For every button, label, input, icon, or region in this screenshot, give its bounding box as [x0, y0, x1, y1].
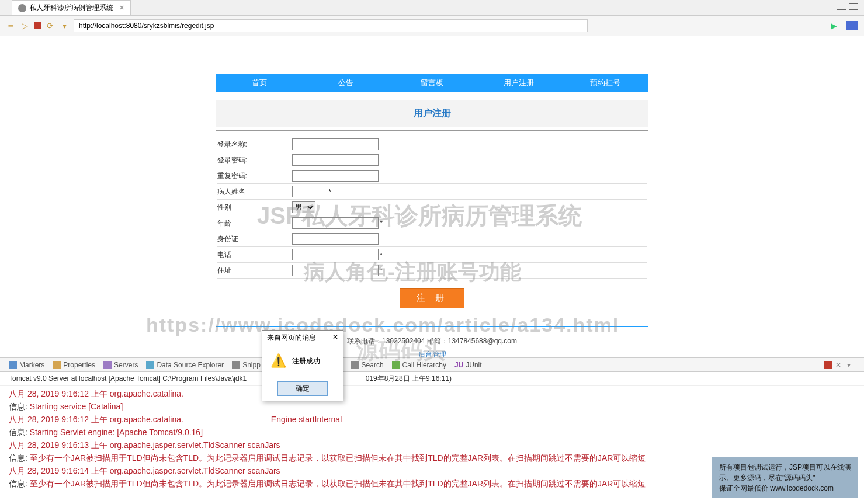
input-username[interactable]	[292, 138, 379, 150]
nav-home[interactable]: 首页	[216, 74, 303, 92]
label-idcard: 身份证	[217, 234, 292, 244]
label-phone: 电话	[217, 250, 292, 260]
alert-title: 来自网页的消息	[267, 333, 316, 343]
call-icon	[392, 361, 400, 369]
maximize-icon[interactable]	[849, 3, 858, 10]
alert-ok-button[interactable]: 确定	[277, 381, 328, 396]
input-address[interactable]	[292, 265, 379, 276]
view-properties[interactable]: Properties	[53, 361, 95, 369]
input-idcard[interactable]	[292, 233, 379, 245]
alert-dialog: 来自网页的消息 ✕ ⚠️ 注册成功 确定	[262, 330, 343, 401]
favicon	[18, 4, 26, 12]
nav-announce[interactable]: 公告	[303, 74, 389, 92]
tab-title: 私人牙科诊所病例管理系统	[29, 3, 113, 13]
label-gender: 性别	[217, 203, 292, 213]
snippets-icon	[232, 361, 240, 369]
eclipse-views-bar: Markers Properties Servers Data Source E…	[0, 357, 864, 372]
req-mark: *	[380, 220, 383, 227]
label-age: 年龄	[217, 218, 292, 228]
corner-tooltip: 所有项目包调试运行，JSP项目可以在线演 示。更多源码，尽在"源码码头" 保证全…	[712, 457, 858, 498]
nav-guestbook[interactable]: 留言板	[389, 74, 476, 92]
page-content: 首页 公告 留言板 用户注册 预约挂号 用户注册 登录名称: 登录密码: 重复密…	[216, 74, 648, 357]
input-phone[interactable]	[292, 249, 379, 260]
alert-close-icon[interactable]: ✕	[332, 333, 338, 343]
warning-icon: ⚠️	[270, 353, 286, 369]
refresh-icon[interactable]: ⟳	[46, 21, 55, 30]
properties-icon	[53, 361, 61, 369]
input-age[interactable]	[292, 217, 379, 229]
go-icon[interactable]: ▶	[831, 21, 837, 30]
view-markers[interactable]: Markers	[9, 361, 44, 369]
nav-register[interactable]: 用户注册	[476, 74, 562, 92]
alert-message: 注册成功	[292, 356, 320, 366]
label-username: 登录名称:	[217, 140, 292, 150]
datasource-icon	[146, 361, 154, 369]
input-patient-name[interactable]	[292, 186, 327, 197]
forward-icon[interactable]: ▷	[20, 21, 29, 30]
req-mark: *	[380, 251, 383, 258]
label-password: 登录密码:	[217, 155, 292, 165]
close-view-icon[interactable]: ✕	[835, 361, 844, 369]
view-snippets[interactable]: Snipp	[232, 361, 261, 369]
input-password[interactable]	[292, 154, 379, 166]
tab-controls	[837, 3, 858, 10]
dropdown-icon[interactable]: ▾	[60, 21, 69, 30]
stop-console-icon[interactable]	[824, 361, 832, 369]
view-search[interactable]: Search	[351, 361, 384, 369]
console-status-bar: Tomcat v9.0 Server at localhost [Apache …	[0, 372, 864, 386]
view-servers[interactable]: Servers	[103, 361, 138, 369]
nav-menu: 首页 公告 留言板 用户注册 预约挂号	[216, 74, 648, 92]
input-repeat-password[interactable]	[292, 170, 379, 182]
back-icon[interactable]: ⇦	[6, 21, 15, 30]
admin-link[interactable]: 后台管理	[418, 350, 446, 357]
label-patient-name: 病人姓名	[217, 187, 292, 197]
submit-button[interactable]: 注 册	[400, 288, 464, 308]
label-address: 住址	[217, 266, 292, 276]
browser-viewport: JSP私人牙科诊所病历管理系统 病人角色-注册账号功能 https://www.…	[0, 36, 864, 357]
markers-icon	[9, 361, 17, 369]
view-datasource[interactable]: Data Source Explorer	[146, 361, 224, 369]
junit-icon: JU	[454, 361, 463, 369]
tab-bar: 私人牙科诊所病例管理系统 ✕	[0, 0, 864, 16]
url-toolbar: ⇦ ▷ ⟳ ▾ ▶	[0, 16, 864, 36]
stop-icon[interactable]	[34, 22, 41, 29]
servers-icon	[103, 361, 112, 369]
search-icon	[351, 361, 359, 369]
label-repeat-password: 重复密码:	[217, 171, 292, 181]
browser-tab[interactable]: 私人牙科诊所病例管理系统 ✕	[12, 0, 131, 15]
section-title: 用户注册	[216, 100, 648, 127]
register-form: 登录名称: 登录密码: 重复密码: 病人姓名* 性别男 年龄* 身份证 电话* …	[216, 130, 648, 314]
req-mark: *	[380, 267, 383, 274]
view-junit[interactable]: JUJUnit	[454, 361, 482, 369]
minimize-icon[interactable]	[837, 3, 846, 10]
nav-appointment[interactable]: 预约挂号	[562, 74, 648, 92]
select-gender[interactable]: 男	[292, 201, 315, 213]
url-input[interactable]	[74, 19, 588, 32]
view-callhierarchy[interactable]: Call Hierarchy	[392, 361, 446, 369]
browser-icon[interactable]	[846, 21, 858, 30]
menu-view-icon[interactable]: ▾	[847, 361, 855, 369]
req-mark: *	[329, 188, 331, 195]
tab-close-icon[interactable]: ✕	[119, 4, 124, 12]
